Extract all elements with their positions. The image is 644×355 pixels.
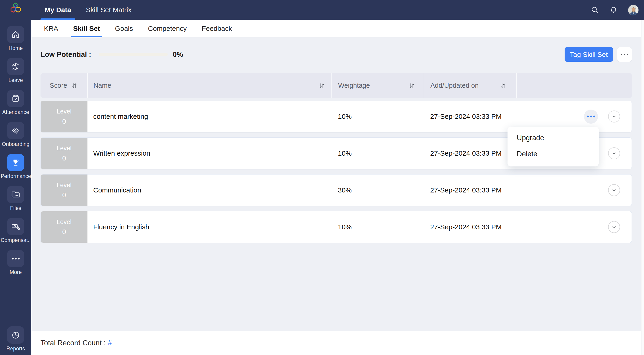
sidebar-nav: Home Leave	[0, 26, 31, 282]
row-expand-button[interactable]	[608, 110, 620, 122]
score-label: Level	[56, 145, 72, 152]
table-row: Level 0 Communication 30% 27-Sep-2024 03…	[40, 174, 632, 206]
sidebar-item-leave[interactable]: Leave	[0, 58, 31, 83]
column-header-score[interactable]: Score	[40, 73, 87, 98]
chevron-down-icon	[611, 224, 617, 230]
user-avatar[interactable]	[628, 4, 639, 16]
sidebar-item-label: Onboarding	[2, 141, 30, 147]
row-expand-button[interactable]	[608, 221, 620, 233]
score-value: 0	[62, 154, 66, 162]
footer-bar: Total Record Count : #	[31, 331, 641, 355]
table-row: Level 0 Fluency in English 10% 27-Sep-20…	[40, 211, 632, 243]
trophy-icon	[7, 154, 24, 171]
sidebar-item-label: Home	[8, 45, 22, 51]
row-expand-button[interactable]	[608, 147, 620, 159]
active-subtab-underline	[71, 36, 102, 37]
score-value: 0	[62, 191, 66, 199]
skill-updated-on: 27-Sep-2024 03:33 PM	[424, 138, 516, 169]
subtab-skill-set[interactable]: Skill Set	[73, 20, 100, 37]
main-content: Low Potential : 0% Tag Skill Set Score	[31, 37, 641, 331]
total-record-count-label: Total Record Count :	[40, 339, 106, 347]
score-badge: Level 0	[41, 138, 88, 169]
handshake-icon	[7, 122, 24, 139]
tab-my-data[interactable]: My Data	[40, 0, 75, 20]
module-subtabs: KRA Skill Set Goals Competency Feedback	[31, 20, 641, 37]
skill-name: Fluency in English	[88, 211, 332, 243]
column-header-actions	[516, 73, 632, 98]
sidebar-item-attendance[interactable]: Attendance	[0, 90, 31, 115]
row-actions	[516, 174, 632, 206]
subtab-kra[interactable]: KRA	[44, 20, 58, 37]
subtab-goals[interactable]: Goals	[115, 20, 133, 37]
sidebar-item-home[interactable]: Home	[0, 26, 31, 51]
total-record-count-link[interactable]: #	[108, 339, 112, 347]
pie-chart-icon	[7, 326, 24, 344]
tab-label: My Data	[45, 6, 71, 14]
subtab-feedback[interactable]: Feedback	[202, 20, 232, 37]
row-context-menu: Upgrade Delete	[508, 126, 599, 166]
row-menu-button[interactable]	[584, 110, 598, 124]
column-label: Name	[94, 82, 111, 89]
column-header-name[interactable]: Name	[87, 73, 332, 98]
sidebar-item-label: Attendance	[2, 109, 29, 115]
notification-bell-icon[interactable]	[609, 5, 618, 14]
row-expand-button[interactable]	[608, 184, 620, 196]
ellipsis-icon	[621, 54, 628, 55]
score-value: 0	[62, 228, 66, 236]
score-label: Level	[56, 108, 72, 115]
topbar-tabs: My Data Skill Set Matrix	[40, 0, 136, 20]
skill-weightage: 10%	[332, 101, 424, 132]
sort-icon[interactable]	[409, 82, 414, 89]
app-window: Home Leave	[0, 0, 644, 355]
subtab-label: Competency	[148, 25, 187, 32]
calendar-check-icon	[7, 90, 24, 107]
subtab-competency[interactable]: Competency	[148, 20, 187, 37]
sort-icon[interactable]	[500, 82, 506, 89]
tab-skill-set-matrix[interactable]: Skill Set Matrix	[82, 0, 136, 20]
column-label: Score	[50, 82, 67, 89]
chevron-down-icon	[611, 187, 617, 193]
subtab-label: Skill Set	[73, 25, 100, 32]
low-potential-label: Low Potential :	[40, 50, 91, 59]
tag-skill-set-button[interactable]: Tag Skill Set	[564, 47, 613, 62]
topbar: My Data Skill Set Matrix	[31, 0, 644, 20]
sort-icon[interactable]	[319, 82, 324, 89]
menu-item-delete[interactable]: Delete	[508, 146, 599, 162]
score-value: 0	[62, 118, 66, 125]
sidebar-item-more[interactable]: More	[0, 250, 31, 275]
subtab-label: KRA	[44, 25, 58, 32]
skill-updated-on: 27-Sep-2024 03:33 PM	[424, 174, 516, 206]
score-label: Level	[56, 182, 72, 189]
sidebar-item-reports[interactable]: Reports	[0, 326, 31, 352]
column-header-weightage[interactable]: Weightage	[332, 73, 424, 98]
home-icon	[7, 26, 24, 43]
potential-progress-bar	[99, 53, 168, 56]
sort-icon[interactable]	[72, 82, 77, 89]
sidebar-item-performance[interactable]: Performance	[0, 154, 31, 179]
sidebar-item-files[interactable]: Files	[0, 186, 31, 211]
skill-weightage: 10%	[332, 138, 424, 169]
sidebar-item-compensation[interactable]: Compensat...	[0, 218, 31, 243]
skill-name: content marketing	[88, 101, 332, 132]
column-header-updated-on[interactable]: Add/Updated on	[424, 73, 516, 98]
subtab-label: Goals	[115, 25, 133, 32]
menu-item-upgrade[interactable]: Upgrade	[508, 130, 599, 146]
tab-label: Skill Set Matrix	[86, 6, 132, 14]
app-logo-icon[interactable]	[9, 2, 22, 15]
row-actions	[516, 211, 632, 243]
sidebar-item-label: Reports	[6, 346, 25, 352]
table-body: Level 0 content marketing 10% 27-Sep-202…	[40, 100, 632, 243]
subtab-label: Feedback	[202, 25, 232, 32]
skill-weightage: 30%	[332, 174, 424, 206]
sidebar-item-onboarding[interactable]: Onboarding	[0, 122, 31, 147]
score-badge: Level 0	[41, 211, 88, 243]
column-label: Add/Updated on	[430, 82, 479, 89]
scrollbar-gutter[interactable]	[641, 20, 644, 355]
folder-icon	[7, 186, 24, 203]
active-tab-underline	[40, 18, 75, 20]
search-icon[interactable]	[590, 5, 599, 14]
score-label: Level	[56, 218, 72, 226]
sidebar-item-label: Compensat...	[1, 237, 30, 243]
chevron-down-icon	[611, 114, 617, 120]
toolbar-more-button[interactable]	[617, 47, 632, 62]
